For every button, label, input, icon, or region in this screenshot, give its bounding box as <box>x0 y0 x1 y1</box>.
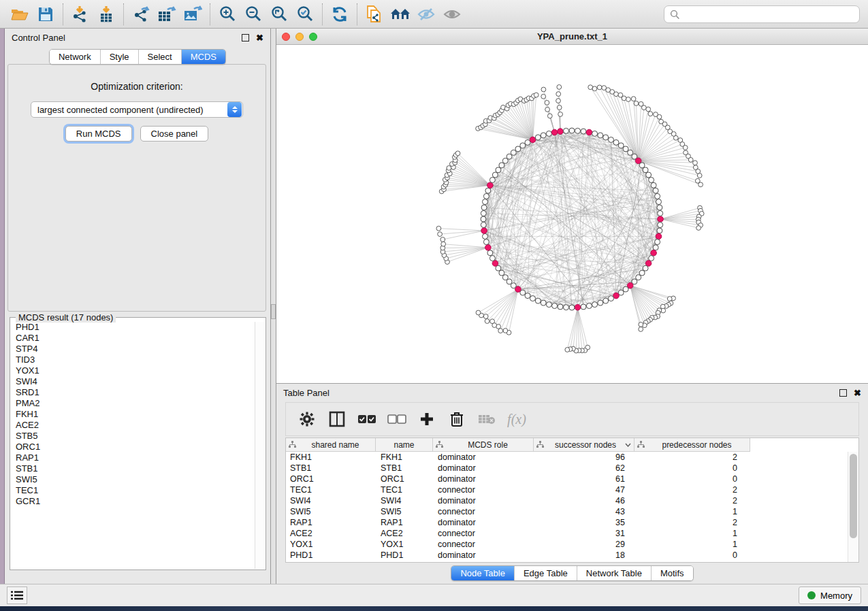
table-row-SWI4[interactable]: SWI4SWI4dominator462 <box>286 495 848 506</box>
select-all-button[interactable] <box>355 408 379 431</box>
open-file-button[interactable] <box>7 3 33 26</box>
close-panel-icon[interactable]: ✖ <box>256 34 263 42</box>
cell: connector <box>433 539 534 550</box>
column-header-successor-nodes[interactable]: successor nodes <box>534 438 634 452</box>
table-row-ACE2[interactable]: ACE2ACE2connector311 <box>286 528 848 539</box>
mcds-result-item[interactable]: RAP1 <box>11 452 255 463</box>
mcds-result-item[interactable]: ACE2 <box>11 420 255 431</box>
table-scrollbar-thumb[interactable] <box>850 454 857 538</box>
zoom-selected-button[interactable] <box>292 3 318 26</box>
tab-select[interactable]: Select <box>139 50 182 64</box>
network-canvas[interactable] <box>276 45 868 383</box>
column-header-name[interactable]: name <box>376 438 433 452</box>
float-table-panel-button[interactable] <box>839 389 847 397</box>
close-panel-button[interactable]: Close panel <box>140 126 209 142</box>
mcds-result-item[interactable]: TID3 <box>11 354 255 365</box>
function-builder-button[interactable]: f(x) <box>505 408 528 431</box>
cell: dominator <box>433 550 534 561</box>
column-header-predecessor-nodes[interactable]: predecessor nodes <box>634 438 750 452</box>
close-table-panel-icon[interactable]: ✖ <box>854 389 861 397</box>
memory-button[interactable]: Memory <box>799 587 861 604</box>
optimization-criterion-label: Optimization criterion: <box>8 81 266 92</box>
export-table-icon <box>157 5 176 23</box>
mcds-result-item[interactable]: FKH1 <box>11 409 255 420</box>
select-all-icon <box>357 414 376 425</box>
deselect-all-button[interactable] <box>385 408 408 431</box>
cell: RAP1 <box>376 517 433 528</box>
duplicate-network-button[interactable] <box>361 3 387 26</box>
tab-network[interactable]: Network <box>50 50 101 64</box>
tab-mcds[interactable]: MCDS <box>182 50 225 64</box>
table-row-FKH1[interactable]: FKH1FKH1dominator962 <box>286 452 848 463</box>
desktop-edge <box>0 29 5 584</box>
criterion-dropdown[interactable]: largest connected component (undirected) <box>31 101 243 118</box>
table-row-SWI5[interactable]: SWI5SWI5connector431 <box>286 506 848 517</box>
task-history-button[interactable] <box>7 587 27 604</box>
mcds-result-item[interactable]: PHD1 <box>11 322 255 333</box>
table-tab-node-table[interactable]: Node Table <box>451 566 515 580</box>
search-input[interactable] <box>680 7 859 22</box>
float-window-button[interactable] <box>242 34 249 42</box>
mcds-result-item[interactable]: SWI4 <box>11 376 255 387</box>
cell: 61 <box>534 474 634 484</box>
mcds-result-item[interactable]: PMA2 <box>11 398 255 409</box>
table-row-PHD1[interactable]: PHD1PHD1dominator180 <box>286 550 848 561</box>
cell: 0 <box>634 474 750 484</box>
show-hidden-button[interactable] <box>439 3 465 26</box>
column-header-MCDS-role[interactable]: MCDS role <box>433 438 534 452</box>
mcds-result-item[interactable]: ORC1 <box>11 442 255 452</box>
network-graph[interactable] <box>276 45 868 383</box>
mcds-result-item[interactable]: SRD1 <box>11 387 255 398</box>
table-panel: Table Panel ✖ <box>276 383 868 584</box>
import-network-button[interactable] <box>67 3 93 26</box>
zoom-fit-button[interactable] <box>266 3 292 26</box>
mcds-result-item[interactable]: GCR1 <box>11 496 255 507</box>
mcds-result-item[interactable]: STP4 <box>11 344 255 354</box>
eye-slash-icon <box>417 6 436 22</box>
table-tab-network-table[interactable]: Network Table <box>577 566 652 580</box>
save-session-button[interactable] <box>33 3 59 26</box>
column-header-shared-name[interactable]: shared name <box>286 438 376 452</box>
houses-icon <box>390 6 411 22</box>
table-row-ORC1[interactable]: ORC1ORC1dominator610 <box>286 474 848 484</box>
run-mcds-button[interactable]: Run MCDS <box>65 126 132 142</box>
mcds-result-item[interactable]: YOX1 <box>11 365 255 376</box>
mcds-result-item[interactable]: SWI5 <box>11 474 255 485</box>
refresh-layout-button[interactable] <box>327 3 353 26</box>
cell: dominator <box>433 474 534 484</box>
mcds-result-item[interactable]: STB1 <box>11 463 255 474</box>
mcds-result-item[interactable]: STB5 <box>11 431 255 442</box>
table-row-RAP1[interactable]: RAP1RAP1dominator352 <box>286 517 848 528</box>
zoom-in-button[interactable] <box>214 3 240 26</box>
table-row-YOX1[interactable]: YOX1YOX1connector291 <box>286 539 848 550</box>
cell: FKH1 <box>376 452 433 463</box>
home-layout-button[interactable] <box>387 3 413 26</box>
import-table-button[interactable] <box>93 3 119 26</box>
table-tab-motifs[interactable]: Motifs <box>652 566 693 580</box>
toolbar-separator <box>357 3 357 25</box>
export-image-button[interactable] <box>180 3 206 26</box>
zoom-out-button[interactable] <box>240 3 266 26</box>
cell: 35 <box>534 517 634 528</box>
network-window: YPA_prune.txt_1 <box>276 29 868 383</box>
table-tab-edge-table[interactable]: Edge Table <box>515 566 577 580</box>
add-row-button[interactable] <box>415 408 438 431</box>
tab-style[interactable]: Style <box>101 50 139 64</box>
clear-table-button[interactable] <box>475 408 498 431</box>
duplicate-network-icon <box>366 5 383 24</box>
splitter-handle[interactable] <box>271 304 276 319</box>
export-table-button[interactable] <box>154 3 180 26</box>
table-settings-button[interactable] <box>295 408 319 431</box>
control-panel-title: Control Panel <box>12 33 65 43</box>
hide-selected-button[interactable] <box>413 3 439 26</box>
mcds-result-item[interactable]: TEC1 <box>11 485 255 496</box>
delete-row-button[interactable] <box>445 408 468 431</box>
desktop-edge <box>0 606 868 611</box>
table-row-TEC1[interactable]: TEC1TEC1connector472 <box>286 484 848 495</box>
export-network-button[interactable] <box>128 3 154 26</box>
show-columns-button[interactable] <box>325 408 349 431</box>
zoom-selected-icon <box>296 5 314 23</box>
mcds-result-item[interactable]: CAR1 <box>11 333 255 344</box>
table-row-STB1[interactable]: STB1STB1dominator620 <box>286 463 848 474</box>
result-list-scrollbar[interactable] <box>255 322 265 569</box>
